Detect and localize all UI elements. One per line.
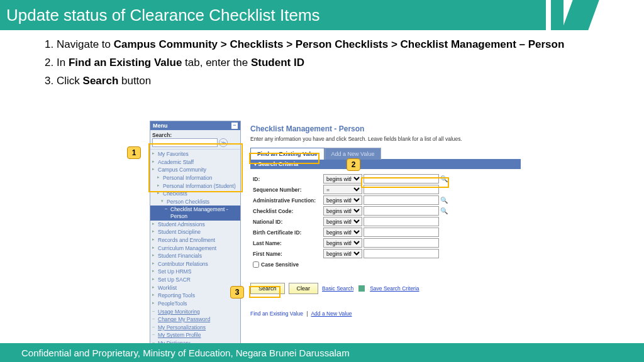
- operator-select[interactable]: begins with: [323, 217, 362, 226]
- case-sensitive-row: Case Sensitive: [253, 261, 518, 268]
- case-label: Case Sensitive: [261, 261, 299, 268]
- operator-select[interactable]: begins with: [323, 228, 362, 237]
- callout-1: 1: [127, 146, 141, 159]
- field-label: Administrative Function:: [253, 197, 323, 204]
- value-input[interactable]: [364, 206, 439, 216]
- go-icon[interactable]: ≫: [219, 138, 228, 147]
- title-bar: Update status of Clearance Checklist Ite…: [0, 0, 644, 30]
- menu-item[interactable]: Curriculum Management: [150, 244, 240, 253]
- menu-item[interactable]: Student Discipline: [150, 228, 240, 236]
- menu-search-input[interactable]: [152, 138, 218, 147]
- menu-item[interactable]: Personal Information: [150, 174, 240, 182]
- menu-item[interactable]: Campus Community: [150, 166, 240, 174]
- lookup-icon[interactable]: 🔍: [440, 197, 448, 204]
- menu-item[interactable]: Academic Staff: [150, 158, 240, 167]
- bottom-links: Find an Existing Value | Add a New Value: [250, 310, 521, 317]
- search-form: ID:begins with🔍Sequence Number:=Administ…: [250, 169, 521, 273]
- value-input[interactable]: [364, 228, 439, 237]
- search-row: Last Name:begins with: [253, 238, 518, 248]
- menu-item[interactable]: Records and Enrollment: [150, 236, 240, 244]
- field-label: National ID:: [253, 219, 323, 225]
- menu-search-label: Search:: [152, 132, 238, 138]
- instruction-step: Click Search button: [57, 74, 606, 89]
- menu-item[interactable]: Reporting Tools: [150, 292, 240, 300]
- field-label: Birth Certificate ID:: [253, 229, 323, 236]
- callout-2: 2: [347, 158, 360, 171]
- menu-item[interactable]: Contributor Relations: [150, 260, 240, 268]
- case-checkbox[interactable]: [253, 261, 259, 268]
- menu-item[interactable]: Set Up SACR: [150, 276, 240, 284]
- menu-item[interactable]: Checklist Management - Person: [150, 206, 240, 220]
- lookup-icon[interactable]: 🔍: [440, 207, 448, 215]
- menu-item[interactable]: Usage Monitoring: [150, 308, 240, 316]
- operator-select[interactable]: begins with: [323, 195, 362, 205]
- value-input[interactable]: [364, 249, 439, 258]
- field-label: ID:: [253, 176, 323, 182]
- save-criteria-link[interactable]: Save Search Criteria: [370, 285, 419, 292]
- menu-item[interactable]: My Favorites: [150, 150, 240, 158]
- bottom-find-link[interactable]: Find an Existing Value: [250, 310, 303, 317]
- value-input[interactable]: [364, 174, 439, 184]
- nav-menu: Menu − Search: ≫ My FavoritesAcademic St…: [150, 121, 241, 356]
- menu-item[interactable]: Personal Information (Student): [150, 182, 240, 190]
- value-input[interactable]: [364, 238, 439, 248]
- field-label: Sequence Number:: [253, 187, 323, 193]
- page-heading: Checklist Management - Person: [250, 124, 521, 133]
- bottom-add-link[interactable]: Add a New Value: [311, 310, 352, 317]
- collapse-icon[interactable]: −: [231, 123, 238, 129]
- search-row: ID:begins with🔍: [253, 174, 518, 184]
- search-row: Administrative Function:begins with🔍: [253, 195, 518, 205]
- search-row: National ID:begins with: [253, 217, 518, 226]
- field-label: Checklist Code:: [253, 208, 323, 214]
- menu-item[interactable]: Student Financials: [150, 252, 240, 260]
- value-input[interactable]: [364, 185, 439, 194]
- menu-item[interactable]: Student Admissions: [150, 221, 240, 229]
- operator-select[interactable]: begins with: [323, 249, 362, 258]
- lookup-icon[interactable]: 🔍: [440, 175, 448, 183]
- menu-item[interactable]: Checklists: [150, 190, 240, 198]
- instruction-step: In Find an Existing Value tab, enter the…: [57, 56, 606, 70]
- search-row: First Name:begins with: [253, 249, 518, 258]
- callout-3: 3: [230, 286, 244, 299]
- tab-find-existing[interactable]: Find an Existing Value: [250, 148, 325, 160]
- search-row: Sequence Number:=: [253, 185, 518, 194]
- menu-item[interactable]: My Personalizations: [150, 324, 240, 332]
- footer-bar: Confidential and Proprietary, Ministry o…: [0, 343, 644, 362]
- clear-button[interactable]: Clear: [289, 283, 319, 294]
- page-hint: Enter any information you have and click…: [250, 136, 521, 142]
- save-icon: [358, 285, 365, 292]
- criteria-header[interactable]: Search Criteria: [250, 159, 521, 169]
- operator-select[interactable]: begins with: [323, 174, 362, 184]
- search-pane: Checklist Management - Person Enter any …: [250, 124, 521, 317]
- menu-item[interactable]: Worklist: [150, 284, 240, 292]
- menu-item[interactable]: Person Checklists: [150, 198, 240, 206]
- search-row: Checklist Code:begins with🔍: [253, 206, 518, 216]
- menu-item[interactable]: Set Up HRMS: [150, 268, 240, 276]
- basic-search-link[interactable]: Basic Search: [322, 285, 353, 292]
- operator-select[interactable]: begins with: [323, 238, 362, 248]
- menu-header: Menu −: [150, 121, 240, 130]
- value-input[interactable]: [364, 217, 439, 226]
- operator-select[interactable]: begins with: [323, 206, 362, 216]
- menu-search-row: Search: ≫: [150, 130, 240, 150]
- menu-item[interactable]: Change My Password: [150, 315, 240, 324]
- field-label: First Name:: [253, 251, 323, 257]
- value-input[interactable]: [364, 195, 439, 205]
- search-row: Birth Certificate ID:begins with: [253, 228, 518, 237]
- menu-item[interactable]: My System Profile: [150, 331, 240, 339]
- tab-strip: Find an Existing Value Add a New Value: [250, 147, 521, 159]
- instruction-step: Navigate to Campus Community > Checklist…: [57, 38, 606, 52]
- screenshot-embed: Menu − Search: ≫ My FavoritesAcademic St…: [150, 121, 521, 337]
- instruction-list: Navigate to Campus Community > Checklist…: [0, 30, 644, 89]
- operator-select[interactable]: =: [323, 185, 362, 194]
- search-button[interactable]: Search: [250, 283, 285, 294]
- slide-title: Update status of Clearance Checklist Ite…: [0, 0, 546, 30]
- field-label: Last Name:: [253, 240, 323, 246]
- menu-title: Menu: [153, 123, 168, 129]
- action-row: Search Clear Basic Search Save Search Cr…: [250, 283, 521, 294]
- menu-item[interactable]: PeopleTools: [150, 300, 240, 308]
